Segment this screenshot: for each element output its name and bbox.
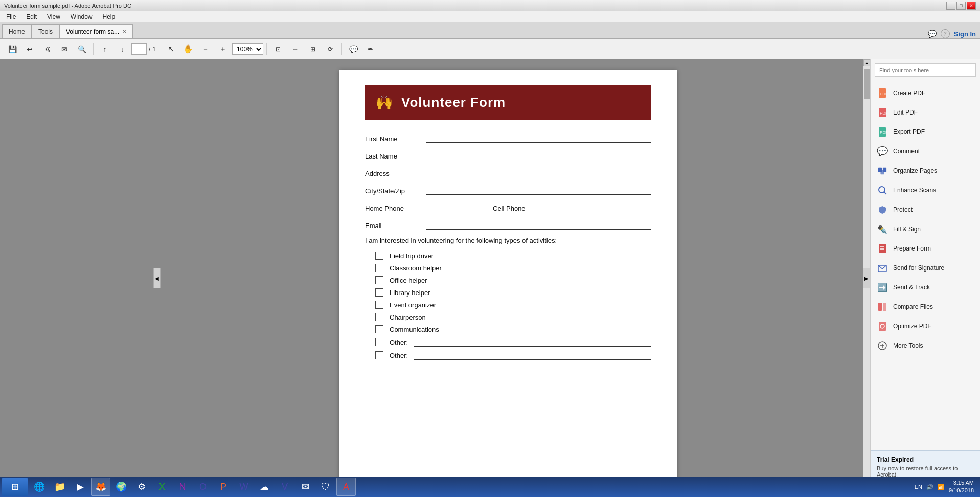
tool-more-tools[interactable]: More Tools: [871, 336, 980, 355]
menu-window[interactable]: Window: [66, 12, 97, 21]
taskbar-media[interactable]: ▶: [71, 478, 90, 496]
rotate-button[interactable]: ⟳: [322, 41, 338, 57]
taskbar-app2[interactable]: ✉: [295, 478, 315, 496]
tab-tools[interactable]: Tools: [32, 24, 59, 38]
menu-file[interactable]: File: [2, 12, 20, 21]
checkbox-other2-box[interactable]: [375, 351, 383, 359]
tool-optimize-pdf[interactable]: Optimize PDF: [871, 317, 980, 336]
zoom-select[interactable]: 100%: [232, 43, 263, 55]
checkbox-chairperson-box[interactable]: [375, 313, 383, 321]
comment-icon[interactable]: 💬: [928, 30, 937, 38]
tool-fill-sign[interactable]: ✒️ Fill & Sign: [871, 219, 980, 239]
tool-create-pdf[interactable]: PDF Create PDF: [871, 83, 980, 103]
enhance-scans-icon: [877, 185, 888, 196]
checkbox-other2-label: Other:: [390, 352, 408, 359]
hand-tool[interactable]: ✋: [180, 41, 196, 57]
print-button[interactable]: 🖨: [39, 41, 55, 57]
tab-close-icon[interactable]: ✕: [122, 29, 126, 34]
select-tool[interactable]: ↖: [163, 41, 179, 57]
checkbox-event: Event organizer: [375, 301, 651, 309]
collapse-left-arrow[interactable]: ◀: [153, 268, 161, 288]
page-input[interactable]: 1: [131, 43, 147, 55]
pen-tool[interactable]: ✒: [362, 41, 379, 57]
taskbar-firefox[interactable]: 🦊: [91, 478, 110, 496]
taskbar-acrobat[interactable]: A: [336, 478, 356, 496]
tool-organize-pages[interactable]: Organize Pages: [871, 161, 980, 180]
taskbar-chrome[interactable]: 🌍: [111, 478, 131, 496]
taskbar-folder[interactable]: 📁: [50, 478, 70, 496]
maximize-button[interactable]: □: [956, 2, 966, 10]
start-button[interactable]: ⊞: [2, 478, 28, 496]
taskbar-excel[interactable]: X: [152, 478, 172, 496]
save-button[interactable]: 💾: [4, 41, 20, 57]
zoom-in-button[interactable]: ＋: [215, 41, 231, 57]
taskbar-settings[interactable]: ⚙: [132, 478, 151, 496]
taskbar-word[interactable]: W: [234, 478, 254, 496]
taskbar-volume[interactable]: 🔊: [926, 484, 933, 490]
scroll-up[interactable]: ▲: [863, 59, 871, 66]
close-button[interactable]: ✕: [967, 2, 976, 10]
volunteer-text: I am interested in volunteering for the …: [365, 237, 651, 244]
tab-document[interactable]: Volunteer form sa... ✕: [59, 24, 133, 38]
checkbox-office-box[interactable]: [375, 276, 383, 284]
next-page-button[interactable]: ↓: [114, 41, 130, 57]
tool-export-pdf[interactable]: PDF Export PDF: [871, 122, 980, 142]
collapse-right-arrow[interactable]: ▶: [863, 268, 870, 288]
checkbox-field-trip-label: Field trip driver: [390, 252, 434, 260]
taskbar-ie[interactable]: 🌐: [30, 478, 49, 496]
checkbox-communications-box[interactable]: [375, 325, 383, 333]
taskbar-network[interactable]: 📶: [938, 484, 945, 490]
minimize-button[interactable]: ─: [946, 2, 955, 10]
taskbar-misc[interactable]: ☁: [255, 478, 274, 496]
tool-fill-sign-label: Fill & Sign: [893, 225, 921, 233]
checkbox-chairperson-label: Chairperson: [390, 313, 426, 321]
tools-search-input[interactable]: [875, 63, 976, 77]
checkbox-event-box[interactable]: [375, 301, 383, 309]
checkbox-library-box[interactable]: [375, 288, 383, 297]
help-icon[interactable]: ?: [941, 29, 950, 38]
undo-button[interactable]: ↩: [21, 41, 38, 57]
taskbar-time-group[interactable]: 3:15 AM 9/10/2018: [949, 479, 974, 495]
tool-send-signature[interactable]: Send for Signature: [871, 258, 980, 278]
comment-toolbar-button[interactable]: 💬: [345, 41, 361, 57]
first-name-line: [426, 132, 651, 143]
email-button[interactable]: ✉: [56, 41, 73, 57]
tool-send-track[interactable]: ➡️ Send & Track: [871, 278, 980, 297]
taskbar-shield[interactable]: 🛡: [316, 478, 335, 496]
tool-protect[interactable]: Protect: [871, 200, 980, 219]
first-name-label: First Name: [365, 135, 421, 143]
address-field: Address: [365, 167, 651, 177]
tool-edit-pdf[interactable]: PDF Edit PDF: [871, 103, 980, 122]
taskbar-onenote[interactable]: N: [173, 478, 192, 496]
search-button[interactable]: 🔍: [74, 41, 90, 57]
trial-text: Buy now to restore full access to Acroba…: [877, 465, 974, 478]
checkbox-other2: Other:: [375, 351, 651, 360]
tool-prepare-form[interactable]: Prepare Form: [871, 239, 980, 258]
menu-edit[interactable]: Edit: [22, 12, 41, 21]
checkbox-classroom-box[interactable]: [375, 264, 383, 272]
zoom-out-button[interactable]: －: [197, 41, 214, 57]
taskbar-date: 9/10/2018: [949, 487, 974, 494]
taskbar-outlook[interactable]: O: [193, 478, 213, 496]
separator4: [341, 43, 342, 55]
taskbar-visio[interactable]: V: [275, 478, 294, 496]
fit-width-button[interactable]: ↔: [287, 41, 304, 57]
tool-compare-files[interactable]: Compare Files: [871, 297, 980, 317]
cell-phone-label: Cell Phone: [493, 205, 529, 212]
fit-page-button[interactable]: ⊡: [270, 41, 286, 57]
taskbar-powerpoint[interactable]: P: [214, 478, 233, 496]
prev-page-button[interactable]: ↑: [97, 41, 113, 57]
tool-comment[interactable]: 💬 Comment: [871, 142, 980, 161]
checkbox-other1-box[interactable]: [375, 338, 383, 346]
svg-rect-16: [883, 303, 886, 311]
menu-help[interactable]: Help: [99, 12, 120, 21]
tool-enhance-scans[interactable]: Enhance Scans: [871, 180, 980, 200]
checkbox-field-trip-box[interactable]: [375, 252, 383, 260]
last-name-line: [426, 150, 651, 160]
send-track-icon: ➡️: [877, 282, 888, 293]
fit-two-page-button[interactable]: ⊞: [305, 41, 321, 57]
sign-in-button[interactable]: Sign In: [954, 30, 976, 38]
tab-home[interactable]: Home: [2, 24, 32, 38]
menu-view[interactable]: View: [43, 12, 64, 21]
scroll-thumb[interactable]: [864, 69, 870, 99]
